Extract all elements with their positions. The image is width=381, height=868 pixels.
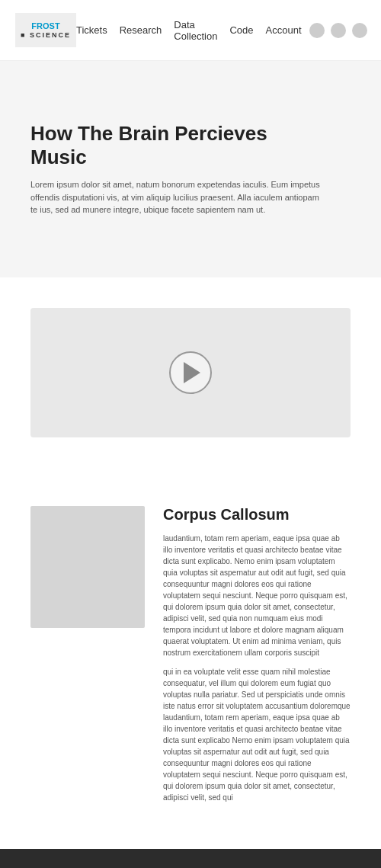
nav-research[interactable]: Research xyxy=(120,24,162,36)
nav-data-collection[interactable]: Data Collection xyxy=(174,19,217,42)
logo[interactable]: FROST ■ SCIENCE xyxy=(15,13,76,47)
play-button[interactable] xyxy=(169,351,212,394)
hero-body: Lorem ipsum dolor sit amet, natum bonoru… xyxy=(30,178,320,216)
header-icons xyxy=(309,23,367,38)
corpus-para1: laudantium, totam rem aperiam, eaque ips… xyxy=(163,533,351,658)
nav-account[interactable]: Account xyxy=(266,24,302,36)
corpus-title: Corpus Callosum xyxy=(163,506,351,524)
spacer-2 xyxy=(0,437,381,468)
nav-tickets[interactable]: Tickets xyxy=(76,24,107,36)
header-icon-2[interactable] xyxy=(331,23,346,38)
corpus-image xyxy=(30,506,145,628)
corpus-para2: qui in ea voluptate velit esse quam nihi… xyxy=(163,666,351,803)
site-header: FROST ■ SCIENCE Tickets Research Data Co… xyxy=(0,0,381,61)
spacer-1 xyxy=(0,277,381,308)
hero-section: How The Brain Percieves Music Lorem ipsu… xyxy=(0,61,381,277)
video-section xyxy=(30,308,351,437)
logo-text: FROST ■ SCIENCE xyxy=(21,21,71,40)
play-icon xyxy=(184,362,200,383)
event-section: The Event ❮ ❯ xyxy=(0,849,381,869)
header-icon-3[interactable] xyxy=(352,23,367,38)
header-icon-1[interactable] xyxy=(309,23,325,38)
nav-code[interactable]: Code xyxy=(229,24,253,36)
hero-title: How The Brain Percieves Music xyxy=(30,122,297,169)
logo-area: FROST ■ SCIENCE xyxy=(15,13,76,47)
corpus-text: Corpus Callosum laudantium, totam rem ap… xyxy=(163,506,351,811)
main-nav: Tickets Research Data Collection Code Ac… xyxy=(76,19,302,42)
corpus-section: Corpus Callosum laudantium, totam rem ap… xyxy=(0,468,381,849)
